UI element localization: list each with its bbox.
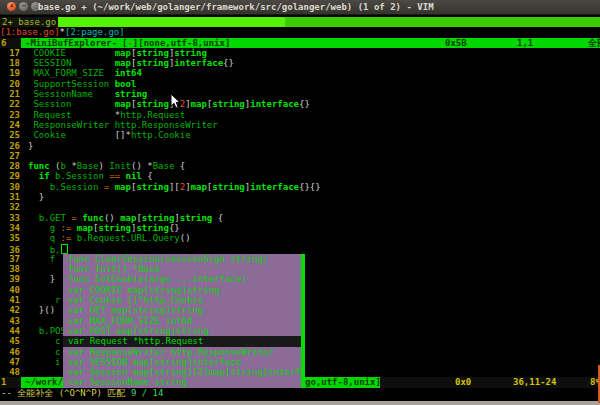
line-number: 43 bbox=[0, 316, 20, 326]
tabline: 2+ base.go bbox=[0, 17, 600, 27]
code-text: q := b.Request.URL.Query() bbox=[28, 233, 191, 243]
code-text: b. bbox=[28, 245, 68, 254]
code-text: f bbox=[28, 254, 55, 264]
code-text: c bbox=[28, 336, 61, 346]
line-number: 26 bbox=[0, 141, 20, 151]
match-count: 9 / 14 bbox=[131, 388, 164, 398]
buffer-tab-base-go[interactable]: [1:base.go] bbox=[0, 27, 60, 37]
code-text: Cookie []*http.Cookie bbox=[28, 130, 191, 140]
completion-item[interactable]: var COOKIE map[string]string bbox=[63, 285, 305, 295]
code-text: } bbox=[28, 274, 55, 284]
code-text: MAX_FORM_SIZE int64 bbox=[28, 68, 142, 78]
line-number: 19 bbox=[0, 68, 20, 78]
line-number: 22 bbox=[0, 99, 20, 109]
code-text: Session map[string][2]map[string]interfa… bbox=[28, 99, 310, 109]
code-line: 23 Request *http.Request bbox=[0, 110, 600, 120]
line-number: 35 bbox=[0, 233, 20, 243]
code-line: 26} bbox=[0, 141, 600, 151]
line-number: 32 bbox=[0, 202, 20, 212]
vim-window: × − □ base.go + (~/work/web/golanger/fra… bbox=[0, 0, 600, 405]
autocomplete-popup: func ClearSession(sessionSign string)fun… bbox=[63, 254, 305, 388]
line-number: 29 bbox=[0, 171, 20, 181]
mbe-buffer-number: 6 bbox=[0, 38, 21, 48]
popup-scrollbar[interactable] bbox=[301, 254, 305, 388]
line-number: 46 bbox=[0, 347, 20, 357]
completion-item[interactable]: var SESSION map[string]interface bbox=[63, 357, 305, 367]
close-button[interactable]: × bbox=[7, 2, 16, 11]
completion-item[interactable]: func SetCookie(args ...interface) bbox=[63, 274, 305, 284]
code-line: 29 if b.Session == nil { bbox=[0, 171, 600, 181]
code-text: c bbox=[28, 347, 61, 357]
code-line: 32 bbox=[0, 202, 600, 212]
mbe-title: -MiniBufExplorer- bbox=[25, 38, 117, 48]
file-format: go,utf-8,unix] bbox=[305, 377, 381, 387]
line-number: 48 bbox=[0, 367, 20, 377]
completion-item[interactable]: var Session map[string][2]map[string]int… bbox=[63, 367, 305, 377]
line-number: 33 bbox=[0, 213, 20, 223]
buffer-tab-page-go[interactable]: [2:page.go] bbox=[65, 27, 125, 37]
line-number: 31 bbox=[0, 192, 20, 202]
completion-item[interactable]: var POST map[string]string bbox=[63, 326, 305, 336]
completion-item[interactable]: var GET map[string]string bbox=[63, 305, 305, 315]
line-number: 30 bbox=[0, 182, 20, 192]
mouse-cursor-icon bbox=[170, 94, 182, 110]
code-line: 20 SupportSession bool bbox=[0, 79, 600, 89]
code-line: 17 COOKIE map[string]string bbox=[0, 48, 600, 58]
code-text: ResponseWriter http.ResponseWriter bbox=[28, 120, 218, 130]
code-line: 34 g := map[string]string{} bbox=[0, 223, 600, 233]
completion-item-selected[interactable]: var Request *http.Request bbox=[63, 336, 305, 346]
line-number: 36 bbox=[0, 245, 20, 254]
completion-item[interactable]: var SessionName string bbox=[63, 377, 305, 387]
tab-base-go[interactable]: 2+ base.go bbox=[0, 17, 58, 27]
line-number: 37 bbox=[0, 254, 20, 264]
line-number: 34 bbox=[0, 223, 20, 233]
code-line: 19 MAX_FORM_SIZE int64 bbox=[0, 68, 600, 78]
code-line: 22 Session map[string][2]map[string]inte… bbox=[0, 99, 600, 109]
minimize-button[interactable]: − bbox=[19, 2, 28, 11]
vim-command-line: -- 全能补全 (^O^N^P) 匹配 9 / 14 bbox=[0, 388, 600, 400]
completion-item[interactable]: var MAX_FORM_SIZE int64 bbox=[63, 316, 305, 326]
code-text: Request *http.Request bbox=[28, 110, 185, 120]
minibufexplorer-statusline: 6 -MiniBufExplorer- [-][none,utf-8,unix]… bbox=[0, 38, 600, 48]
code-text: r bbox=[28, 295, 61, 305]
text-cursor bbox=[61, 244, 68, 254]
mbe-scroll-pct: 全部 bbox=[588, 38, 600, 48]
code-text: } bbox=[28, 192, 44, 202]
code-text: SupportSession bool bbox=[28, 79, 136, 89]
window-titlebar: × − □ base.go + (~/work/web/golanger/fra… bbox=[0, 0, 600, 15]
code-text: COOKIE map[string]string bbox=[28, 48, 207, 58]
line-number: 42 bbox=[0, 305, 20, 315]
line-number: 21 bbox=[0, 89, 20, 99]
code-text: b.Session = map[string][2]map[string]int… bbox=[28, 182, 321, 192]
mbe-char-hex: 0x5B bbox=[445, 38, 467, 48]
code-line: 30 b.Session = map[string][2]map[string]… bbox=[0, 182, 600, 192]
code-text: SESSION map[string]interface{} bbox=[28, 58, 234, 68]
line-number: 40 bbox=[0, 285, 20, 295]
completion-item[interactable]: var Cookie []*http.Cookie bbox=[63, 295, 305, 305]
code-text: func (b *Base) Init() *Base { bbox=[28, 161, 185, 171]
code-text: b.GET = func() map[string]string { bbox=[28, 213, 223, 223]
code-text: SessionName string bbox=[28, 89, 147, 99]
code-text: if b.Session == nil { bbox=[28, 171, 153, 181]
cursor-pos: 36,11-24 bbox=[513, 377, 556, 387]
line-number: 41 bbox=[0, 295, 20, 305]
code-line: 27 bbox=[0, 151, 600, 161]
completion-mode-message: 全能补全 (^O^N^P) 匹配 bbox=[17, 388, 131, 398]
code-text: i bbox=[28, 357, 61, 367]
code-line: 18 SESSION map[string]interface{} bbox=[0, 58, 600, 68]
code-line: 35 q := b.Request.URL.Query() bbox=[0, 233, 600, 243]
code-line: 31 } bbox=[0, 192, 600, 202]
window-title: base.go + (~/work/web/golanger/framework… bbox=[38, 2, 434, 12]
completion-item[interactable]: var ResponseWriter http.ResponseWriter bbox=[63, 347, 305, 357]
line-number: 17 bbox=[0, 48, 20, 58]
line-number: 45 bbox=[0, 336, 20, 346]
completion-item[interactable]: func Init() *Base bbox=[63, 264, 305, 274]
line-number: 27 bbox=[0, 151, 20, 161]
mode-dashes: -- bbox=[1, 388, 17, 398]
code-text: g := map[string]string{} bbox=[28, 223, 180, 233]
code-text: }() bbox=[28, 305, 55, 315]
completion-item[interactable]: func ClearSession(sessionSign string) bbox=[63, 254, 305, 264]
code-line: 33 b.GET = func() map[string]string { bbox=[0, 213, 600, 223]
code-line: 28func (b *Base) Init() *Base { bbox=[0, 161, 600, 171]
code-text: b.POS bbox=[28, 326, 66, 336]
